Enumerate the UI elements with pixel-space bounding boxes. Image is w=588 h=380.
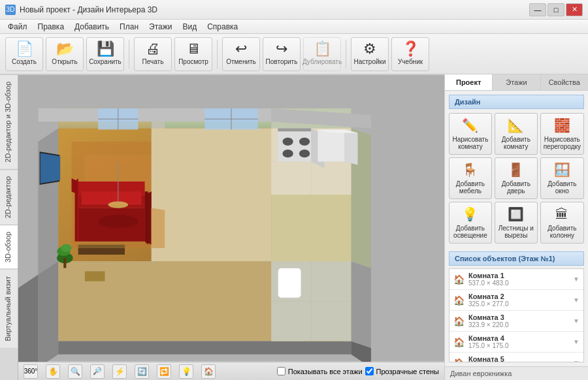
add-room-label: Добавить комнату xyxy=(498,136,534,150)
minimize-button[interactable]: — xyxy=(529,3,546,16)
undo-icon: ↩ xyxy=(235,42,247,56)
svg-point-62 xyxy=(282,150,293,157)
maximize-button[interactable]: □ xyxy=(547,3,564,16)
draw-room-button[interactable]: ✏️ Нарисовать комнату xyxy=(449,113,492,155)
list-item[interactable]: 🏠 Комната 4 175.0 × 175.0 ▼ xyxy=(449,332,583,353)
pan-button[interactable]: ✋ xyxy=(46,364,60,379)
menu-add[interactable]: Добавить xyxy=(69,21,114,33)
tab-properties[interactable]: Свойства xyxy=(541,74,588,90)
stairs-button[interactable]: 🔲 Лестницы и вырезы xyxy=(495,202,538,244)
view-options: Показывать все этажи Прозрачные стены xyxy=(277,367,439,375)
room-info: Комната 5 165.0 × 172.1 xyxy=(468,355,569,362)
view-360-button[interactable]: 360° xyxy=(24,364,38,379)
tab-2d[interactable]: 2D-редактор xyxy=(0,169,18,225)
list-item[interactable]: 🏠 Комната 2 325.0 × 277.0 ▼ xyxy=(449,290,583,311)
3d-view-area[interactable]: 360° ✋ 🔍 🔎 ⚡ 🔄 🔁 💡 xyxy=(18,74,444,380)
room-name: Комната 4 xyxy=(468,334,569,342)
menu-plan[interactable]: План xyxy=(114,21,144,33)
redo-label: Повторить xyxy=(266,58,298,66)
close-button[interactable]: ✕ xyxy=(566,3,583,16)
show-all-floors-option[interactable]: Показывать все этажи xyxy=(277,367,363,375)
menu-file[interactable]: Файл xyxy=(3,21,33,33)
svg-marker-18 xyxy=(351,261,371,347)
svg-marker-64 xyxy=(318,130,344,162)
zoom-out-icon: 🔎 xyxy=(93,367,102,375)
rotate-button[interactable]: 🔄 xyxy=(135,364,149,379)
tab-3d[interactable]: 3D-обзор xyxy=(0,225,18,269)
tab-floors[interactable]: Этажи xyxy=(493,74,540,90)
chevron-icon: ▼ xyxy=(573,317,580,325)
tab-project[interactable]: Проект xyxy=(445,74,493,90)
toolbar-print-button[interactable]: 🖨 Печать xyxy=(134,37,172,71)
room-icon: 🏠 xyxy=(453,295,465,306)
list-item[interactable]: 🏠 Комната 1 537.0 × 483.0 ▼ xyxy=(449,269,583,290)
snap-button[interactable]: ⚡ xyxy=(112,364,127,379)
transparent-walls-label: Прозрачные стены xyxy=(376,368,439,375)
add-door-button[interactable]: 🚪 Добавить дверь xyxy=(495,157,538,199)
tab-virtual[interactable]: Виртуальный визит xyxy=(0,269,18,348)
settings-icon: ⚙ xyxy=(363,42,376,56)
list-item[interactable]: 🏠 Комната 3 323.9 × 220.0 ▼ xyxy=(449,311,583,332)
show-all-floors-checkbox[interactable] xyxy=(277,367,286,375)
transparent-walls-option[interactable]: Прозрачные стены xyxy=(365,367,439,375)
room-name: Комната 1 xyxy=(468,272,569,279)
add-room-button[interactable]: 📐 Добавить комнату xyxy=(495,113,538,155)
open-icon: 📂 xyxy=(56,42,74,56)
toolbar-redo-button[interactable]: ↪ Повторить xyxy=(263,37,301,71)
svg-point-52 xyxy=(108,202,129,208)
room-info: Комната 4 175.0 × 175.0 xyxy=(468,334,569,349)
zoom-out-button[interactable]: 🔎 xyxy=(90,364,105,379)
svg-marker-50 xyxy=(152,208,165,248)
print-icon: 🖨 xyxy=(146,42,160,56)
svg-marker-32 xyxy=(145,191,148,245)
light-button[interactable]: 💡 xyxy=(179,364,193,379)
main-area: 2D-редактор и 3D-обзор 2D-редактор 3D-об… xyxy=(0,74,588,380)
toolbar-save-button[interactable]: 💾 Сохранить xyxy=(86,37,124,71)
zoom-in-button[interactable]: 🔍 xyxy=(68,364,82,379)
show-all-floors-label: Показывать все этажи xyxy=(288,368,363,375)
room-size: 175.0 × 175.0 xyxy=(468,342,569,349)
tab-2d-3d[interactable]: 2D-редактор и 3D-обзор xyxy=(0,74,18,169)
toolbar-undo-button[interactable]: ↩ Отменить xyxy=(222,37,260,71)
add-light-icon: 💡 xyxy=(462,206,478,222)
window-title: Новый проект - Дизайн Интерьера 3D xyxy=(20,5,157,14)
flip-icon: 🔁 xyxy=(159,367,169,376)
add-light-button[interactable]: 💡 Добавить освещение xyxy=(449,202,492,244)
zoom-in-icon: 🔍 xyxy=(71,367,80,376)
menu-view[interactable]: Вид xyxy=(177,21,202,33)
room-size: 323.9 × 220.0 xyxy=(468,321,569,328)
flip-button[interactable]: 🔁 xyxy=(157,364,171,379)
draw-partition-button[interactable]: 🧱 Нарисовать перегородку xyxy=(540,113,584,155)
add-column-button[interactable]: 🏛 Добавить колонну xyxy=(540,202,584,244)
toolbar-preview-button[interactable]: 🖥 Просмотр xyxy=(174,37,212,71)
add-furniture-icon: 🪑 xyxy=(462,162,478,178)
light-icon: 💡 xyxy=(182,367,191,376)
list-item[interactable]: 🏠 Комната 5 165.0 × 172.1 ▼ xyxy=(449,353,583,362)
toolbar-tutorial-button[interactable]: ❓ Учебник xyxy=(391,37,429,71)
toolbar-open-button[interactable]: 📂 Открыть xyxy=(46,37,84,71)
objects-list: 🏠 Комната 1 537.0 × 483.0 ▼ 🏠 Комната 2 … xyxy=(449,268,584,362)
duplicate-icon: 📋 xyxy=(314,42,331,56)
svg-marker-71 xyxy=(85,272,105,281)
add-window-button[interactable]: 🪟 Добавить окно xyxy=(540,157,584,199)
menu-floors[interactable]: Этажи xyxy=(144,21,177,33)
add-furniture-label: Добавить мебель xyxy=(452,180,489,195)
svg-rect-40 xyxy=(63,258,66,268)
chevron-icon: ▼ xyxy=(573,296,580,304)
room-info: Комната 2 325.0 × 277.0 xyxy=(468,293,569,308)
add-room-icon: 📐 xyxy=(508,118,524,133)
menu-help[interactable]: Справка xyxy=(202,21,243,33)
add-furniture-button[interactable]: 🪑 Добавить мебель xyxy=(449,157,492,199)
home-button[interactable]: 🏠 xyxy=(201,364,216,379)
toolbar-create-button[interactable]: 📄 Создать xyxy=(5,37,43,71)
room-icon: 🏠 xyxy=(453,358,465,363)
transparent-walls-checkbox[interactable] xyxy=(365,367,374,375)
svg-rect-70 xyxy=(278,268,301,298)
print-label: Печать xyxy=(142,58,164,66)
menu-edit[interactable]: Правка xyxy=(33,21,70,33)
toolbar-duplicate-button[interactable]: 📋 Дублировать xyxy=(303,37,341,71)
toolbar-settings-button[interactable]: ⚙ Настройки xyxy=(351,37,389,71)
svg-point-61 xyxy=(299,138,310,146)
right-panel: Проект Этажи Свойства Дизайн ✏️ Нарисова… xyxy=(444,74,588,380)
toolbar-separator-2 xyxy=(217,40,218,69)
